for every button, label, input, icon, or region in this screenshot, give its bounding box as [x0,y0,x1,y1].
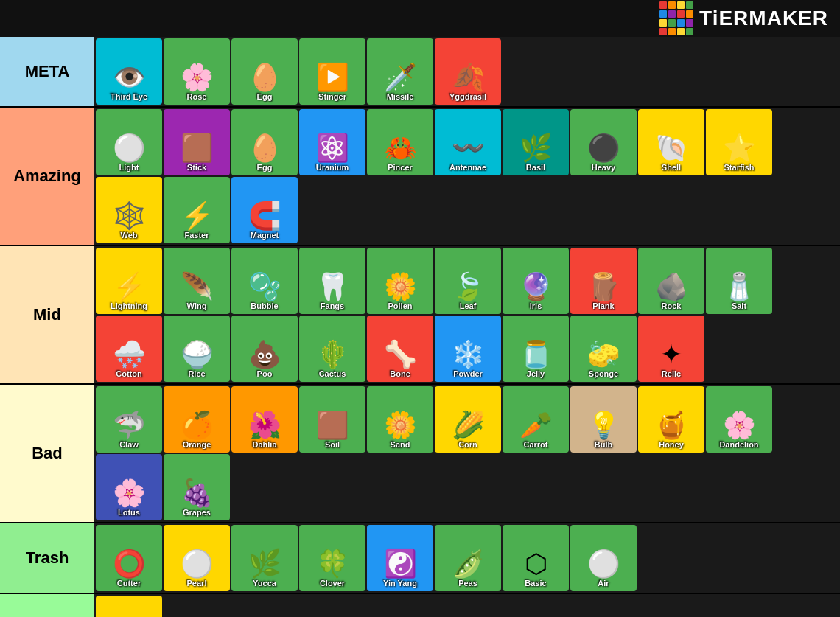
item-poo[interactable]: 💩Poo [231,316,298,382]
item-plank[interactable]: 🪵Plank [570,248,637,314]
item-icon: 🌿 [519,135,553,161]
item-label: Magnet [251,231,279,240]
item-faster[interactable]: ⚡Faster [164,177,230,243]
logo-cell [677,1,685,9]
item-fangs[interactable]: 🦷Fangs [299,248,365,314]
item-icon: 🍂 [452,64,485,91]
item-icon: 🌸 [723,412,756,439]
item-salt[interactable]: 🧂Salt [706,248,772,314]
item-third-eye[interactable]: 👁️Third Eye [96,38,162,105]
item-bone[interactable]: 🦴Bone [367,316,433,382]
item-magnet[interactable]: 🧲Magnet [231,177,298,243]
tier-label-mid: Mid [0,246,94,383]
item-cactus[interactable]: 🌵Cactus [299,316,365,382]
item-icon: 🌨️ [113,341,146,368]
item-icon: 🦷 [316,273,349,300]
item-sand[interactable]: 🌼Sand [367,386,433,453]
item-bulb[interactable]: 💡Bulb [570,386,637,453]
item-egg[interactable]: 🥚Egg [231,38,298,105]
item-icon: 🪨 [655,273,688,300]
tier-outer-meta: META👁️Third Eye🌸Rose🥚Egg▶️Stinger🗡️Missi… [0,37,840,106]
item-cutter[interactable]: ⭕Cutter [96,525,162,591]
item-icon: ⭐ [723,135,756,161]
item-icon: 🥚 [248,135,281,161]
item-soil[interactable]: 🟫Soil [299,386,365,453]
item-light[interactable]: ⚪Light [96,109,162,175]
item-antennae[interactable]: 〰️Antennae [435,109,501,175]
logo-cell [659,1,667,9]
item-lightning[interactable]: ⚡Lightning [96,248,162,314]
item-corn[interactable]: 🌽Corn [435,386,501,453]
item-icon: 🍃 [452,273,485,300]
item-stinger[interactable]: ▶️Stinger [299,38,365,105]
item-label: Faster [184,231,209,240]
item-pincer[interactable]: 🦀Pincer [367,109,433,175]
item-label: Bulb [595,440,612,450]
item-icon: 🥕 [519,412,553,439]
item-basic[interactable]: ⬡Basic [503,525,569,591]
item-carrot[interactable]: 🥕Carrot [503,386,569,453]
item-lotus[interactable]: 🌸Lotus [96,454,162,520]
logo-cell [668,10,676,18]
item-yggdrasil[interactable]: 🍂Yggdrasil [435,38,501,105]
tier-outer-amazing: Amazing⚪Light🟫Stick🥚Egg⚛️Uranium🦀Pincer〰… [0,108,840,245]
tier-items-meta: 👁️Third Eye🌸Rose🥚Egg▶️Stinger🗡️Missile🍂Y… [94,37,840,106]
item-icon: ⚡ [181,203,214,229]
item-label: Stick [187,163,206,172]
item-clover[interactable]: 🍀Clover [299,525,365,591]
item-egg[interactable]: 🥚Egg [231,109,298,175]
logo-cell [686,28,693,35]
item-yin-yang[interactable]: ☯️Yin Yang [367,525,433,591]
item-uranium[interactable]: ⚛️Uranium [299,109,365,175]
item-icon: ☯️ [384,551,417,577]
item-label: Corn [458,440,477,450]
item-dahlia[interactable]: 🌺Dahlia [231,386,298,453]
item-rock[interactable]: 🪨Rock [638,248,704,314]
item-icon: ⚪ [113,135,146,161]
item-relic[interactable]: ✦Relic [638,316,704,382]
item-icon: 🥚 [248,64,281,91]
tier-items-trash: ⭕Cutter⚪Pearl🌿Yucca🍀Clover☯️Yin Yang🫛Pea… [94,523,840,593]
item-honey[interactable]: 🍯Honey [638,386,704,453]
item-icon: 🟫 [181,135,214,161]
item-label: Egg [257,163,273,172]
item-orange[interactable]: 🍊Orange [164,386,230,453]
item-label: Egg [257,92,273,102]
item-powder[interactable]: ❄️Powder [435,316,501,382]
item-claw[interactable]: 🦈Claw [96,386,162,453]
item-yucca[interactable]: 🌿Yucca [231,525,298,591]
item-square[interactable]: 🟨Square [96,596,162,617]
item-label: Light [119,163,139,172]
item-label: Pollen [388,301,412,311]
item-bubble[interactable]: 🫧Bubble [231,248,298,314]
tier-row-meta: META👁️Third Eye🌸Rose🥚Egg▶️Stinger🗡️Missi… [0,37,840,108]
item-grapes[interactable]: 🍇Grapes [164,454,230,520]
item-missile[interactable]: 🗡️Missile [367,38,433,105]
item-web[interactable]: 🕸️Web [96,177,162,243]
item-icon: ⚪ [587,551,620,577]
item-rose[interactable]: 🌸Rose [164,38,230,105]
item-label: Missile [387,92,414,102]
item-sponge[interactable]: 🧽Sponge [570,316,637,382]
item-rice[interactable]: 🍚Rice [164,316,230,382]
item-shell[interactable]: 🐚Shell [638,109,704,175]
tier-label-meta: META [0,37,94,106]
tier-label-trash: Trash [0,523,94,593]
item-label: Pearl [187,579,207,588]
item-icon: 🌵 [316,341,349,368]
item-starfish[interactable]: ⭐Starfish [706,109,772,175]
item-peas[interactable]: 🫛Peas [435,525,501,591]
item-cotton[interactable]: 🌨️Cotton [96,316,162,382]
item-basil[interactable]: 🌿Basil [503,109,569,175]
item-stick[interactable]: 🟫Stick [164,109,230,175]
item-pearl[interactable]: ⚪Pearl [164,525,230,591]
item-wing[interactable]: 🪶Wing [164,248,230,314]
item-heavy[interactable]: ⚫Heavy [570,109,637,175]
item-dandelion[interactable]: 🌸Dandelion [706,386,772,453]
item-jelly[interactable]: 🫙Jelly [503,316,569,382]
item-pollen[interactable]: 🌼Pollen [367,248,433,314]
item-label: Bubble [251,301,278,311]
item-iris[interactable]: 🔮Iris [503,248,569,314]
item-air[interactable]: ⚪Air [570,525,637,591]
item-leaf[interactable]: 🍃Leaf [435,248,501,314]
